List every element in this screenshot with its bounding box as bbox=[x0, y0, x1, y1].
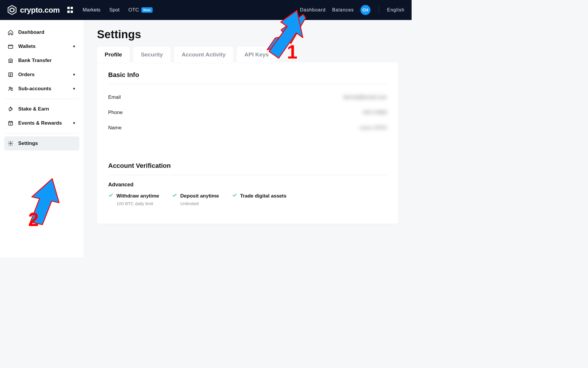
sidebar-item-label: Settings bbox=[18, 140, 38, 146]
piggy-icon bbox=[8, 106, 14, 112]
language-selector[interactable]: English bbox=[387, 7, 405, 13]
svg-point-8 bbox=[11, 109, 11, 109]
info-value-phone: +00 0 0000 bbox=[362, 110, 387, 116]
sidebar-divider bbox=[5, 133, 78, 133]
brand[interactable]: crypto.com bbox=[7, 5, 60, 15]
verification-features: Withdraw anytime 100 BTC daily limit Dep… bbox=[108, 193, 387, 206]
tab-profile[interactable]: Profile bbox=[97, 47, 130, 63]
nav-dashboard[interactable]: Dashboard bbox=[300, 7, 325, 13]
new-badge: New bbox=[141, 7, 153, 13]
sidebar-item-label: Wallets bbox=[18, 44, 36, 49]
nav-balances[interactable]: Balances bbox=[332, 7, 354, 13]
info-label: Name bbox=[108, 125, 167, 131]
orders-icon bbox=[8, 72, 14, 78]
home-icon bbox=[8, 29, 14, 35]
verification-heading: Account Verification bbox=[108, 162, 387, 170]
sidebar-item-wallets[interactable]: Wallets ▼ bbox=[4, 39, 79, 53]
check-icon bbox=[232, 193, 237, 199]
info-label: Email bbox=[108, 94, 167, 100]
sidebar-item-label: Orders bbox=[18, 72, 35, 78]
chevron-down-icon: ▼ bbox=[72, 121, 76, 125]
feature-deposit: Deposit anytime Unlimited bbox=[172, 193, 219, 206]
tab-account-activity[interactable]: Account Activity bbox=[174, 47, 233, 63]
nav-right: Dashboard Balances CH English bbox=[300, 5, 405, 15]
svg-point-6 bbox=[11, 88, 12, 89]
feature-title: Trade digital assets bbox=[240, 193, 287, 199]
feature-title: Deposit anytime bbox=[180, 193, 219, 199]
nav-left: Markets Spot OTC New bbox=[83, 7, 152, 13]
sidebar-item-dashboard[interactable]: Dashboard bbox=[4, 25, 79, 39]
sidebar-item-events-rewards[interactable]: Events & Rewards ▼ bbox=[4, 116, 79, 130]
feature-trade: Trade digital assets bbox=[232, 193, 287, 206]
chevron-down-icon: ▼ bbox=[72, 44, 76, 48]
nav-markets[interactable]: Markets bbox=[83, 7, 100, 13]
tab-api-keys[interactable]: API Keys bbox=[237, 47, 276, 63]
info-row-phone: Phone +00 0 0000 bbox=[108, 105, 387, 120]
svg-point-10 bbox=[10, 143, 11, 144]
page-title: Settings bbox=[97, 28, 398, 41]
sidebar-item-label: Sub-accounts bbox=[18, 86, 51, 92]
chevron-down-icon: ▼ bbox=[72, 73, 76, 77]
info-label: Phone bbox=[108, 110, 167, 116]
calendar-icon bbox=[8, 120, 14, 126]
brand-logo-icon bbox=[7, 5, 17, 15]
nav-otc[interactable]: OTC New bbox=[128, 7, 153, 13]
feature-withdraw: Withdraw anytime 100 BTC daily limit bbox=[108, 193, 159, 206]
svg-point-5 bbox=[9, 87, 11, 88]
profile-panel: Basic Info Email blurred@email.com Phone… bbox=[97, 62, 398, 224]
info-value-email: blurred@email.com bbox=[343, 94, 387, 100]
info-value-name: xxxxx XXXX bbox=[360, 125, 387, 131]
nav-spot[interactable]: Spot bbox=[109, 7, 120, 13]
tabs: Profile Security Account Activity API Ke… bbox=[97, 47, 398, 63]
sidebar-divider bbox=[5, 99, 78, 99]
avatar[interactable]: CH bbox=[360, 5, 370, 15]
layout: Dashboard Wallets ▼ Bank Transfer Or bbox=[0, 20, 412, 257]
sidebar: Dashboard Wallets ▼ Bank Transfer Or bbox=[0, 20, 83, 257]
sidebar-item-stake-earn[interactable]: Stake & Earn bbox=[4, 102, 79, 116]
chevron-down-icon: ▼ bbox=[72, 87, 76, 91]
feature-title: Withdraw anytime bbox=[116, 193, 159, 199]
wallet-icon bbox=[8, 44, 14, 49]
basic-info-heading: Basic Info bbox=[108, 71, 387, 79]
sub-accounts-icon bbox=[8, 86, 14, 92]
sidebar-item-orders[interactable]: Orders ▼ bbox=[4, 68, 79, 82]
feature-subtitle: 100 BTC daily limit bbox=[116, 201, 159, 206]
sidebar-item-bank-transfer[interactable]: Bank Transfer bbox=[4, 53, 79, 68]
top-nav: crypto.com Markets Spot OTC New Dashboar… bbox=[0, 0, 412, 20]
divider bbox=[108, 84, 387, 84]
sidebar-item-sub-accounts[interactable]: Sub-accounts ▼ bbox=[4, 82, 79, 96]
gear-icon bbox=[8, 140, 14, 146]
info-row-email: Email blurred@email.com bbox=[108, 90, 387, 105]
nav-otc-label: OTC bbox=[128, 7, 139, 13]
divider bbox=[108, 175, 387, 175]
info-row-name: Name xxxxx XXXX bbox=[108, 120, 387, 136]
divider bbox=[379, 6, 379, 14]
sidebar-item-label: Stake & Earn bbox=[18, 106, 49, 112]
main-content: Settings Profile Security Account Activi… bbox=[83, 20, 412, 257]
check-icon bbox=[108, 193, 113, 199]
sidebar-item-settings[interactable]: Settings bbox=[4, 136, 79, 150]
sidebar-item-label: Dashboard bbox=[18, 29, 44, 35]
apps-grid-icon[interactable] bbox=[67, 7, 74, 13]
tab-security[interactable]: Security bbox=[133, 47, 171, 63]
svg-point-7 bbox=[10, 107, 11, 108]
brand-text: crypto.com bbox=[20, 6, 60, 15]
sidebar-item-label: Events & Rewards bbox=[18, 120, 62, 126]
sidebar-item-label: Bank Transfer bbox=[18, 58, 51, 63]
verification-subheading: Advanced bbox=[108, 182, 387, 188]
check-icon bbox=[172, 193, 177, 199]
feature-subtitle: Unlimited bbox=[180, 201, 219, 206]
bank-icon bbox=[8, 58, 14, 63]
